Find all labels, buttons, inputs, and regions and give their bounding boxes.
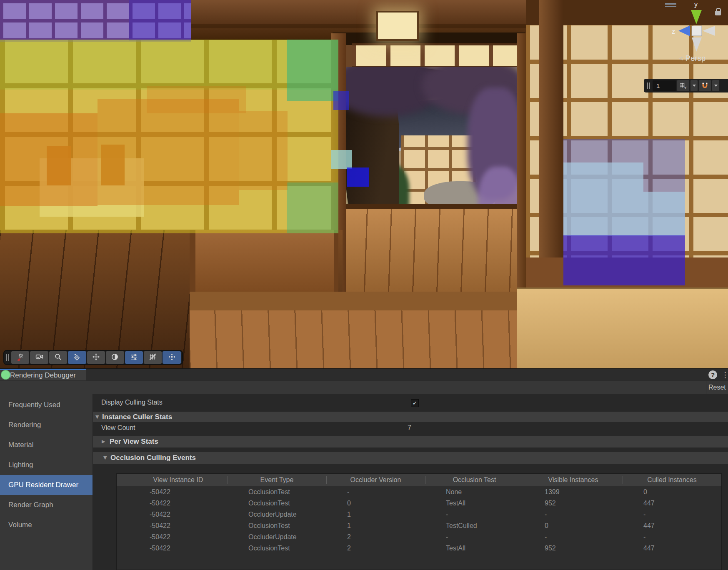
sliders-button[interactable] [125, 351, 143, 364]
gizmo-center-cube [692, 26, 702, 36]
debugger-sidebar: Frequently UsedRenderingMaterialLighting… [0, 394, 93, 570]
table-cell: - [425, 531, 524, 542]
column-header[interactable]: Event Type [228, 474, 326, 486]
heatmap-region [239, 111, 288, 190]
help-icon[interactable]: ? [708, 370, 717, 379]
column-header[interactable]: Occlusion Test [425, 474, 524, 486]
view-count-label: View Count [101, 424, 135, 432]
camera-icon [35, 352, 44, 363]
table-cell: 2 [326, 531, 425, 542]
column-header[interactable]: View Instance ID [129, 474, 228, 486]
projection-mode-label[interactable]: <Persp [679, 54, 706, 63]
row-gutter [117, 542, 129, 554]
table-body: -50422OcclusionTest-None13990-50422Occlu… [117, 486, 721, 554]
section-title: Instance Culler Stats [102, 412, 172, 422]
grid-axis-button[interactable]: Y [677, 80, 689, 91]
gizmo-y-axis-cone [691, 10, 702, 24]
sidebar-item-gpu-resident-drawer[interactable]: GPU Resident Drawer [0, 475, 93, 495]
table-row: -50422OccluderUpdate2--- [117, 531, 721, 542]
table-cell: 1 [326, 509, 425, 520]
row-gutter [117, 509, 129, 520]
heatmap-region [333, 91, 349, 110]
table-cell: 447 [623, 542, 721, 554]
tab-rendering-debugger[interactable]: Rendering Debugger [0, 369, 86, 381]
heatmap-region [147, 86, 246, 113]
table-cell: 447 [623, 520, 721, 531]
per-view-stats-foldout[interactable]: ▶ Per View Stats [93, 436, 728, 448]
unity-editor-window: y z <Persp 1 Y Rendering Debugger ? ⋮ Re… [0, 0, 728, 570]
search-button[interactable] [49, 351, 67, 364]
view-count-value: 7 [408, 424, 411, 432]
table-cell: 0 [524, 520, 623, 531]
display-culling-stats-checkbox[interactable]: ✓ [411, 399, 419, 407]
table-cell: 1399 [524, 486, 623, 498]
table-cell: OcclusionTest [228, 520, 326, 531]
caret-down-icon [693, 85, 696, 87]
svg-text:z: z [672, 28, 675, 35]
toolbar-drag-handle-icon[interactable] [5, 354, 10, 361]
heatmap-region [0, 113, 98, 206]
gizmo-down-cone [692, 38, 702, 52]
table-cell: -50422 [129, 498, 228, 509]
camera-button[interactable] [30, 351, 48, 364]
sidebar-item-frequently-used[interactable]: Frequently Used [0, 395, 93, 415]
column-header[interactable]: Culled Instances [623, 474, 721, 486]
column-header[interactable]: Visible Instances [524, 474, 623, 486]
snap-magnet-button[interactable] [699, 80, 711, 91]
grid-off-icon [148, 352, 157, 363]
table-cell: OcclusionTest [228, 486, 326, 498]
table-cell: - [623, 509, 721, 520]
table-header-row: View Instance IDEvent TypeOccluder Versi… [117, 474, 721, 486]
table-cell: 0 [623, 486, 721, 498]
debug-draw-mode-icon [16, 352, 25, 363]
occlusion-culling-events-foldout[interactable]: ▼ Occlusion Culling Events [93, 452, 728, 464]
chevron-left-icon: < [679, 55, 683, 62]
snap-dropdown[interactable] [712, 80, 719, 91]
row-gutter [117, 531, 129, 542]
heatmap-region [563, 162, 643, 236]
table-cell: 447 [623, 498, 721, 509]
column-header[interactable]: Occluder Version [326, 474, 425, 486]
heatmap-region [643, 192, 685, 236]
row-gutter [117, 520, 129, 531]
sidebar-item-rendering[interactable]: Rendering [0, 415, 93, 435]
grid-size-input[interactable]: 1 [653, 80, 676, 91]
table-row: -50422OcclusionTest1TestCulled0447 [117, 520, 721, 531]
debug-draw-mode-button[interactable] [11, 351, 29, 364]
table-row: -50422OcclusionTest0TestAll952447 [117, 498, 721, 509]
foldout-closed-icon: ▶ [102, 436, 105, 448]
table-cell: OccluderUpdate [228, 531, 326, 542]
grid-axis-dropdown[interactable] [690, 80, 698, 91]
table-cell: -50422 [129, 486, 228, 498]
lock-icon[interactable] [715, 11, 721, 15]
table-cell: 952 [524, 542, 623, 554]
scene-view[interactable]: y z <Persp 1 Y [0, 0, 728, 368]
table-cell: -50422 [129, 542, 228, 554]
move-tool-icon [92, 352, 100, 363]
prefab-visibility-button[interactable] [68, 351, 86, 364]
row-gutter [117, 486, 129, 498]
heatmap-region [563, 235, 685, 285]
table-row: -50422OcclusionTest-None13990 [117, 486, 721, 498]
table-cell: 952 [524, 498, 623, 509]
sidebar-item-render-graph[interactable]: Render Graph [0, 495, 93, 515]
instance-culler-stats-foldout[interactable]: ▼ Instance Culler Stats [93, 412, 728, 422]
search-icon [54, 352, 63, 363]
sidebar-item-lighting[interactable]: Lighting [0, 455, 93, 475]
grid-off-button[interactable] [144, 351, 162, 364]
table-cell: 1 [326, 520, 425, 531]
sidebar-item-volume[interactable]: Volume [0, 515, 93, 535]
kebab-menu-icon[interactable]: ⋮ [721, 370, 728, 379]
toolbar-drag-handle-icon[interactable] [646, 82, 651, 90]
sidebar-item-material[interactable]: Material [0, 435, 93, 455]
table-cell: TestAll [425, 498, 524, 509]
svg-text:y: y [694, 1, 698, 8]
center-pivot-button[interactable] [163, 351, 180, 364]
grid-snap-toolbar: 1 Y [644, 79, 728, 92]
move-tool-button[interactable] [87, 351, 105, 364]
contrast-button[interactable] [106, 351, 124, 364]
gizmo-z-axis-cone [678, 25, 690, 36]
table-cell: -50422 [129, 531, 228, 542]
reset-button[interactable]: Reset [708, 381, 726, 394]
occlusion-culling-heatmap-overlay [0, 0, 728, 368]
